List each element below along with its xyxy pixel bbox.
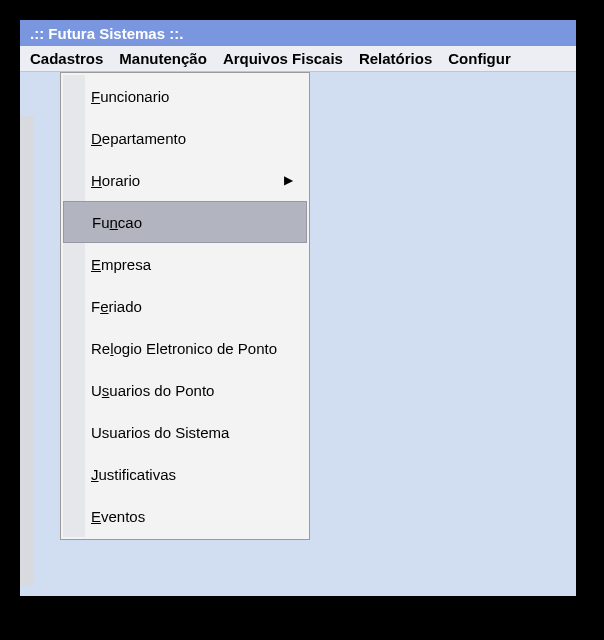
menu-cadastros[interactable]: Cadastros (22, 47, 111, 70)
menu-item-departamento[interactable]: Departamento (63, 117, 307, 159)
menubar: Cadastros Manutenção Arquivos Fiscais Re… (20, 46, 576, 72)
menu-item-empresa[interactable]: Empresa (63, 243, 307, 285)
menu-item-label: Usuarios do Sistema (91, 424, 229, 441)
menu-manutencao[interactable]: Manutenção (111, 47, 215, 70)
menu-item-feriado[interactable]: Feriado (63, 285, 307, 327)
menu-item-usuarios-do-sistema[interactable]: Usuarios do Sistema (63, 411, 307, 453)
menu-relatorios[interactable]: Relatórios (351, 47, 440, 70)
menu-item-usuarios-do-ponto[interactable]: Usuarios do Ponto (63, 369, 307, 411)
sidebar-stub (20, 116, 34, 586)
menu-item-label: Empresa (91, 256, 151, 273)
app-window: .:: Futura Sistemas ::. Cadastros Manute… (20, 20, 576, 596)
menu-item-eventos[interactable]: Eventos (63, 495, 307, 537)
menu-item-label: Horario (91, 172, 140, 189)
menu-item-label: Departamento (91, 130, 186, 147)
menu-item-horario[interactable]: Horario▶ (63, 159, 307, 201)
menu-item-label: Funcao (92, 214, 142, 231)
menu-list: FuncionarioDepartamentoHorario▶FuncaoEmp… (63, 75, 307, 537)
menu-item-label: Relogio Eletronico de Ponto (91, 340, 277, 357)
menu-configur[interactable]: Configur (440, 47, 518, 70)
menu-item-relogio-eletronico-de-ponto[interactable]: Relogio Eletronico de Ponto (63, 327, 307, 369)
menu-item-label: Justificativas (91, 466, 176, 483)
menu-item-label: Usuarios do Ponto (91, 382, 214, 399)
menu-item-label: Funcionario (91, 88, 169, 105)
content-area: FuncionarioDepartamentoHorario▶FuncaoEmp… (20, 72, 576, 596)
window-title: .:: Futura Sistemas ::. (30, 25, 183, 42)
menu-item-funcao[interactable]: Funcao (63, 201, 307, 243)
menu-arquivos-fiscais[interactable]: Arquivos Fiscais (215, 47, 351, 70)
menu-item-justificativas[interactable]: Justificativas (63, 453, 307, 495)
menu-item-label: Eventos (91, 508, 145, 525)
menu-item-label: Feriado (91, 298, 142, 315)
submenu-arrow-icon: ▶ (284, 173, 293, 187)
menu-item-funcionario[interactable]: Funcionario (63, 75, 307, 117)
titlebar: .:: Futura Sistemas ::. (20, 20, 576, 46)
cadastros-dropdown: FuncionarioDepartamentoHorario▶FuncaoEmp… (60, 72, 310, 540)
